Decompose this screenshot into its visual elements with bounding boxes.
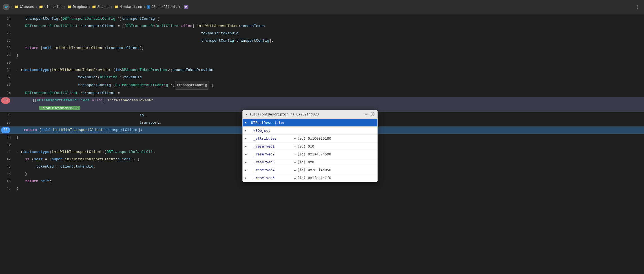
- folder-icon-classes: 📁: [14, 5, 19, 9]
- breadcrumb-label-handwritten: Handwritten: [120, 5, 142, 9]
- code-line-46: 46 }: [0, 185, 644, 192]
- breadcrumb-handwritten[interactable]: 📁 Handwritten: [114, 5, 142, 9]
- line-content-46: }: [14, 185, 644, 192]
- line-num-30: 30: [0, 59, 14, 66]
- line-num-39: 39: [0, 134, 14, 141]
- line-num-25: 25: [0, 23, 14, 30]
- var-eq-reserved4: =: [294, 168, 296, 172]
- breadcrumb-label-shared: Shared: [97, 5, 109, 9]
- line-num-42: 42: [0, 156, 14, 163]
- folder-icon-shared: 📁: [92, 5, 96, 9]
- code-line-30: 30: [0, 59, 644, 66]
- code-line-33: 33 transportConfig:(DBTransportDefaultCo…: [0, 81, 644, 90]
- var-eye-icon[interactable]: 👁: [365, 112, 369, 117]
- var-name-reserved4: _reserved4: [253, 168, 293, 172]
- line-num-36: 36: [0, 112, 14, 119]
- line-num-44: 44: [0, 170, 14, 178]
- var-value-reserved1: (id) 0x0: [297, 144, 314, 148]
- expand-arrow-reserved2[interactable]: ▶: [245, 153, 249, 156]
- line-content-32: tokenUid:(NSString *)tokenUid: [14, 74, 644, 81]
- code-line-24: 24 transportConfig:(DBTransportDefaultCo…: [0, 15, 644, 23]
- var-row-reserved4[interactable]: ▶ _reserved4 = (id) 0x282f4d050: [243, 166, 377, 174]
- line-num-33: 33: [0, 81, 14, 88]
- var-value-reserved3: (id) 0x0: [297, 160, 314, 164]
- close-button[interactable]: ⟨: [634, 3, 641, 11]
- var-name-attributes: _attributes: [253, 136, 293, 141]
- line-num-24: 24: [0, 15, 14, 23]
- line-num-43: 43: [0, 163, 14, 170]
- code-line-32: 32 tokenUid:(NSString *)tokenUid: [0, 74, 644, 81]
- var-row-UIFontDescriptor[interactable]: ▼ UIFontDescriptor: [243, 119, 377, 127]
- file-m-icon: m: [147, 5, 151, 9]
- breadcrumb-avatar[interactable]: 🐦: [3, 4, 10, 10]
- line-content-25: DBTransportDefaultClient *transportClien…: [14, 23, 644, 30]
- breadcrumb-label-dropbox: Dropbox: [73, 5, 87, 9]
- var-row-attributes[interactable]: ▶ _attributes = (id) 0x100010180: [243, 135, 377, 142]
- breadcrumb-label-file-m: DBUserClient.m: [151, 5, 180, 9]
- bc-sep-4: ›: [111, 5, 113, 9]
- folder-icon-dropbox: 📁: [67, 5, 72, 9]
- var-row-reserved3[interactable]: ▶ _reserved3 = (id) 0x0: [243, 158, 377, 166]
- line-num-32: 32: [0, 74, 14, 81]
- line-num-41: 41: [0, 148, 14, 156]
- bc-sep-1: ›: [35, 5, 37, 9]
- expand-arrow-reserved4[interactable]: ▶: [245, 168, 249, 171]
- line-num-38: 38: [1, 127, 10, 133]
- breadcrumb-dropbox[interactable]: 📁 Dropbox: [67, 5, 87, 9]
- expand-arrow-UIFontDescriptor[interactable]: ▼: [245, 121, 249, 124]
- bc-sep-3: ›: [88, 5, 90, 9]
- breadcrumb-method[interactable]: M: [184, 5, 189, 9]
- line-num-31: 31: [0, 66, 14, 74]
- var-row-NSObject[interactable]: ▶ NSObject: [243, 127, 377, 135]
- file-bigm-icon: M: [184, 5, 188, 9]
- breadcrumb-file-m[interactable]: m DBUserClient.m: [147, 5, 180, 9]
- code-line-25: 25 DBTransportDefaultClient *transportCl…: [0, 23, 644, 30]
- line-content-34: DBTransportDefaultClient *transportClien…: [14, 90, 644, 97]
- breadcrumb-classes[interactable]: 📁 Classes: [14, 5, 34, 9]
- line-num-26: 26: [0, 30, 14, 37]
- breadcrumb-label-libraries: Libraries: [44, 5, 63, 9]
- expand-arrow-reserved3[interactable]: ▶: [245, 161, 249, 164]
- bc-sep-6: ›: [181, 5, 183, 9]
- var-name-reserved5: _reserved5: [253, 176, 293, 180]
- code-line-34: 34 DBTransportDefaultClient *transportCl…: [0, 90, 644, 97]
- code-line-27: 27 transportConfig:transportConfig];: [0, 37, 644, 44]
- var-row-reserved2[interactable]: ▶ _reserved2 = (id) 0x1a4574590: [243, 150, 377, 158]
- var-value-reserved5: (id) 0x1fee1e7f0: [297, 176, 331, 180]
- breadcrumb-libraries[interactable]: 📁 Libraries: [39, 5, 63, 9]
- thread-badge-35: Thread 1: breakpoint 8.1 (2: [39, 106, 80, 110]
- code-editor[interactable]: 24 transportConfig:(DBTransportDefaultCo…: [0, 14, 644, 274]
- variable-inspector: ▾ (UICTFontDescriptor *) 0x282f4d020 👁 ⓘ…: [242, 110, 378, 182]
- folder-icon-handwritten: 📁: [114, 5, 119, 9]
- var-eq-reserved1: =: [294, 144, 296, 148]
- line-content-29: }: [14, 52, 644, 59]
- bc-sep-2: ›: [64, 5, 66, 9]
- code-line-28: 28 return [self initWithTransportClient:…: [0, 44, 644, 52]
- line-num-34: 34: [0, 90, 14, 97]
- bc-sep-0: ›: [11, 5, 13, 9]
- var-name-NSObject: NSObject: [253, 128, 293, 133]
- transport-config-tooltip: transportConfig: [175, 81, 209, 90]
- line-num-27: 27: [0, 37, 14, 44]
- var-info-icon[interactable]: ⓘ: [371, 112, 375, 117]
- expand-arrow-reserved5[interactable]: ▶: [245, 176, 249, 179]
- breadcrumb-shared[interactable]: 📁 Shared: [92, 5, 109, 9]
- var-value-reserved4: (id) 0x282f4d050: [297, 168, 331, 172]
- expand-arrow-NSObject[interactable]: ▶: [245, 129, 249, 132]
- expand-arrow-attributes[interactable]: ▶: [245, 137, 249, 140]
- var-row-reserved5[interactable]: ▶ _reserved5 = (id) 0x1fee1e7f0: [243, 174, 377, 182]
- var-inspector-header: ▾ (UICTFontDescriptor *) 0x282f4d020 👁 ⓘ: [243, 110, 377, 119]
- line-num-28: 28: [0, 44, 14, 52]
- var-header-icons[interactable]: 👁 ⓘ: [365, 112, 375, 117]
- var-name-reserved2: _reserved2: [253, 152, 293, 156]
- var-value-reserved2: (id) 0x1a4574590: [297, 152, 331, 156]
- var-eq-attributes: =: [294, 136, 296, 141]
- line-num-35: 35: [1, 97, 10, 104]
- line-num-40: 40: [0, 141, 14, 148]
- var-row-reserved1[interactable]: ▶ _reserved1 = (id) 0x0: [243, 142, 377, 150]
- code-line-31: 31 - (instancetype)initWithAccessTokenPr…: [0, 66, 644, 74]
- line-num-46: 46: [0, 185, 14, 192]
- expand-arrow-reserved1[interactable]: ▶: [245, 145, 249, 148]
- var-name-reserved3: _reserved3: [253, 160, 293, 164]
- line-num-37: 37: [0, 119, 14, 126]
